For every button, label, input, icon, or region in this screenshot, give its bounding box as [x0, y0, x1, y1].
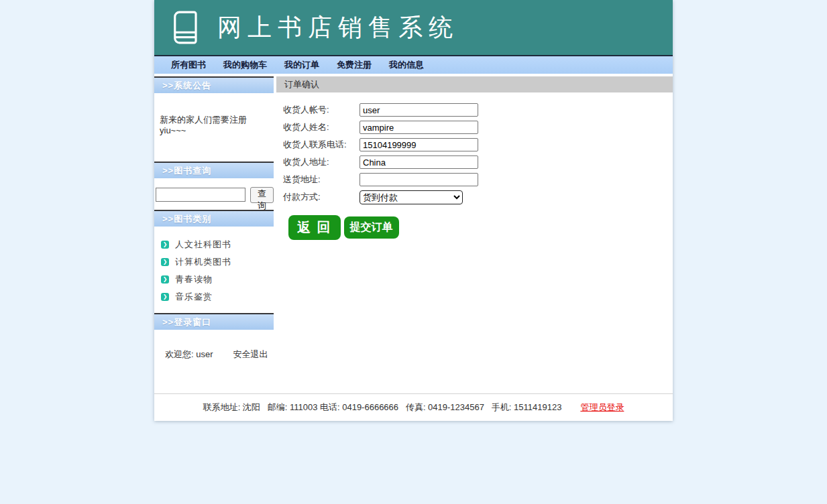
chevron-right-icon: ❯ — [161, 275, 169, 284]
recipient-name-label: 收货人姓名: — [283, 121, 360, 133]
chevron-right-icon: ❯ — [161, 293, 169, 301]
recipient-account-label: 收货人帐号: — [283, 104, 360, 116]
category-label: 音乐鉴赏 — [175, 291, 213, 303]
nav-item-register[interactable]: 免费注册 — [328, 59, 380, 71]
login-header: >>登录窗口 — [154, 313, 274, 330]
book-search-header: >>图书查询 — [154, 162, 274, 178]
form-row-account: 收货人帐号: — [283, 101, 673, 119]
announcement-header: >>系统公告 — [154, 76, 274, 93]
admin-login-link[interactable]: 管理员登录 — [580, 401, 624, 414]
announcement-body: 新来的家人们需要注册yiu~~~ — [154, 93, 276, 162]
chevron-right-icon: ❯ — [161, 241, 169, 249]
form-row-phone: 收货人联系电话: — [283, 136, 673, 153]
category-label: 人文社科图书 — [175, 239, 231, 251]
book-search-button[interactable]: 查询 — [250, 187, 274, 203]
footer-contact-info: 联系地址: 沈阳 邮编: 111003 电话: 0419-6666666 传真:… — [203, 401, 562, 414]
sidebar: >>系统公告 新来的家人们需要注册yiu~~~ >>图书查询 查询 >>图书类别… — [154, 74, 276, 393]
book-search-body: 查询 — [154, 178, 276, 210]
recipient-address-label: 收货人地址: — [283, 156, 360, 168]
login-section: >>登录窗口 欢迎您: user 安全退出 — [154, 313, 276, 361]
category-list: ❯ 人文社科图书 ❯ 计算机类图书 ❯ 青春读物 ❯ 音乐鉴赏 — [154, 227, 276, 313]
category-item-computer[interactable]: ❯ 计算机类图书 — [161, 253, 276, 271]
book-search-input[interactable] — [156, 188, 245, 202]
recipient-phone-label: 收货人联系电话: — [283, 139, 360, 151]
welcome-text: 欢迎您: user — [165, 349, 213, 361]
login-body: 欢迎您: user 安全退出 — [154, 330, 276, 361]
announcement-text: 新来的家人们需要注册yiu~~~ — [160, 115, 271, 136]
book-categories-header: >>图书类别 — [154, 210, 274, 227]
order-form: 收货人帐号: 收货人姓名: 收货人联系电话: 收货人地址: 送货地址: — [276, 92, 673, 240]
page-body: >>系统公告 新来的家人们需要注册yiu~~~ >>图书查询 查询 >>图书类别… — [154, 74, 673, 393]
recipient-address-input[interactable] — [360, 155, 478, 169]
category-item-music[interactable]: ❯ 音乐鉴赏 — [161, 288, 276, 306]
announcement-section: >>系统公告 新来的家人们需要注册yiu~~~ — [154, 76, 276, 162]
recipient-phone-input[interactable] — [360, 138, 478, 151]
site-title: 网上书店销售系统 — [217, 11, 459, 44]
payment-method-label: 付款方式: — [283, 191, 360, 203]
delivery-address-input[interactable] — [360, 173, 478, 186]
back-button[interactable]: 返 回 — [288, 215, 341, 240]
recipient-account-input[interactable] — [360, 103, 478, 117]
book-categories-section: >>图书类别 ❯ 人文社科图书 ❯ 计算机类图书 ❯ 青春读物 — [154, 210, 276, 313]
category-item-humanities[interactable]: ❯ 人文社科图书 — [161, 236, 276, 253]
category-item-youth[interactable]: ❯ 青春读物 — [161, 271, 276, 288]
logout-link[interactable]: 安全退出 — [233, 349, 268, 361]
main-nav: 所有图书 我的购物车 我的订单 免费注册 我的信息 — [154, 55, 673, 74]
order-confirm-title: 订单确认 — [276, 76, 673, 92]
nav-item-my-cart[interactable]: 我的购物车 — [215, 59, 276, 71]
form-row-delivery: 送货地址: — [283, 171, 673, 188]
form-row-address: 收货人地址: — [283, 153, 673, 171]
category-label: 青春读物 — [175, 273, 213, 286]
form-row-payment: 付款方式: 货到付款 — [283, 188, 673, 206]
form-buttons: 返 回 提交订单 — [283, 215, 673, 240]
site-footer: 联系地址: 沈阳 邮编: 111003 电话: 0419-6666666 传真:… — [154, 393, 673, 421]
delivery-address-label: 送货地址: — [283, 174, 360, 186]
site-header: 网上书店销售系统 — [154, 0, 673, 55]
nav-item-my-orders[interactable]: 我的订单 — [276, 59, 328, 71]
site-container: 网上书店销售系统 所有图书 我的购物车 我的订单 免费注册 我的信息 >>系统公… — [154, 0, 673, 421]
recipient-name-input[interactable] — [360, 121, 478, 134]
payment-method-select[interactable]: 货到付款 — [360, 190, 463, 204]
category-label: 计算机类图书 — [175, 256, 231, 268]
chevron-right-icon: ❯ — [161, 258, 169, 266]
nav-item-my-info[interactable]: 我的信息 — [380, 59, 433, 71]
form-row-name: 收货人姓名: — [283, 119, 673, 136]
main-content: 订单确认 收货人帐号: 收货人姓名: 收货人联系电话: 收货人地址: — [276, 74, 673, 393]
submit-order-button[interactable]: 提交订单 — [344, 216, 399, 239]
book-search-section: >>图书查询 查询 — [154, 162, 276, 210]
book-icon — [173, 11, 201, 44]
nav-item-all-books[interactable]: 所有图书 — [162, 59, 215, 71]
